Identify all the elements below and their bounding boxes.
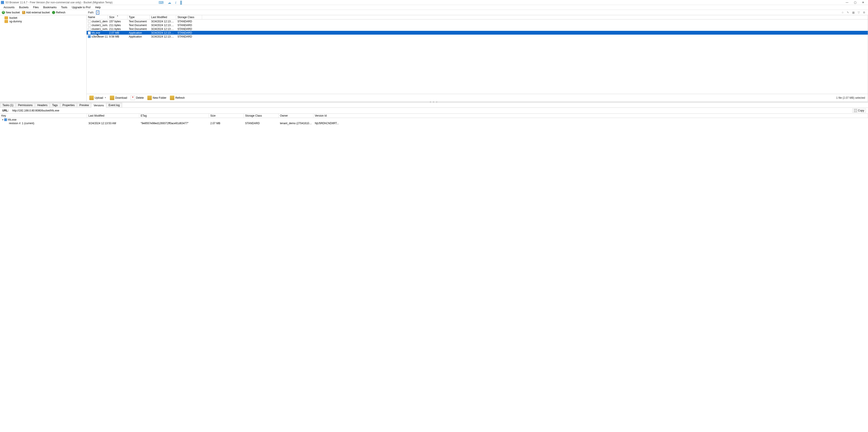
app-icon: [1, 1, 4, 4]
download-icon: [110, 95, 114, 100]
titlebar-center-icons: ⌨ ☁ i: [158, 0, 182, 5]
vcol-key[interactable]: Key: [0, 114, 87, 118]
upgrade-bar-icon[interactable]: [180, 1, 182, 5]
tab-properties[interactable]: Properties: [60, 103, 77, 108]
vcol-version[interactable]: Version Id: [313, 114, 868, 118]
grid-icon[interactable]: ▦: [851, 11, 855, 14]
tab-permissions[interactable]: Permissions: [16, 103, 35, 108]
refresh-files-button[interactable]: Refresh: [168, 95, 186, 100]
gear-icon[interactable]: ⚙: [862, 11, 866, 14]
col-modified[interactable]: Last Modified: [150, 15, 176, 19]
file-list: cluster1_dem...157 bytesText Document3/2…: [87, 20, 868, 94]
tab-headers[interactable]: Headers: [35, 103, 50, 108]
versions-header: Key Last Modified ETag Size Storage Clas…: [0, 114, 868, 118]
bucket-icon: [4, 20, 8, 23]
version-key-row[interactable]: ▾hfs.exe: [0, 118, 868, 121]
plus-icon: [2, 11, 5, 14]
menu-upgrade[interactable]: Upgrade to Pro!: [69, 5, 93, 9]
path-input[interactable]: /: [96, 10, 99, 15]
tab-tasks-1-[interactable]: Tasks (1): [0, 103, 16, 108]
file-row[interactable]: cluster1_svm...211 bytesText Document3/2…: [87, 27, 868, 31]
bucket-tree: bucket sg-dummy: [0, 15, 87, 102]
tab-versions[interactable]: Versions: [91, 103, 106, 108]
versions-list: ▾hfs.exe revision #: 1 (current) 3/24/20…: [0, 118, 868, 125]
cloud-icon[interactable]: ☁: [168, 0, 171, 5]
selection-status: 1 file (2.07 MB) selected: [836, 96, 866, 99]
filter-icon[interactable]: ▽: [857, 11, 860, 14]
exe-icon: [88, 35, 91, 38]
folder-icon: [147, 95, 152, 100]
dropdown-icon: ▼: [104, 97, 106, 99]
upload-icon: [89, 95, 94, 100]
star-icon[interactable]: ☆: [841, 11, 844, 14]
file-row[interactable]: s3browser-11...9.58 MBApplication3/24/20…: [87, 35, 868, 38]
info-icon[interactable]: i: [175, 1, 176, 5]
vcol-etag[interactable]: ETag: [139, 114, 209, 118]
path-label: Path:: [88, 11, 94, 14]
url-value[interactable]: http://192.168.0.80:8080/bucket/hfs.exe: [12, 109, 849, 112]
vcol-class[interactable]: Storage Class: [244, 114, 279, 118]
exe-icon: [88, 31, 91, 34]
tree-toggle-icon[interactable]: ▾: [2, 119, 3, 121]
menu-help[interactable]: Help: [93, 5, 103, 9]
new-folder-button[interactable]: New Folder: [146, 95, 168, 100]
tab-tags[interactable]: Tags: [50, 103, 60, 108]
refresh-icon: [170, 95, 174, 100]
file-row[interactable]: hfs.exe2.07 MBApplication3/24/2024 12:13…: [87, 31, 868, 35]
copy-icon: [854, 109, 857, 112]
tab-preview[interactable]: Preview: [77, 103, 91, 108]
download-button[interactable]: Download: [108, 95, 128, 100]
sort-asc-icon: ▲: [117, 15, 119, 17]
url-bar: URL: http://192.168.0.80:8080/bucket/hfs…: [0, 108, 868, 114]
pencil-icon[interactable]: ✎: [846, 11, 850, 14]
col-type[interactable]: Type: [127, 15, 150, 19]
menu-files[interactable]: Files: [31, 5, 41, 9]
toolbar: New bucket Add external bucket Refresh P…: [0, 10, 868, 15]
refresh-button[interactable]: Refresh: [51, 10, 66, 15]
bucket-item[interactable]: sg-dummy: [2, 20, 85, 23]
vcol-size[interactable]: Size: [209, 114, 244, 118]
tab-event-log[interactable]: Event log: [106, 103, 122, 108]
menu-tools[interactable]: Tools: [59, 5, 69, 9]
horizontal-splitter[interactable]: [0, 102, 868, 103]
delete-icon: [131, 95, 135, 100]
delete-button[interactable]: Delete: [129, 95, 145, 100]
menu-accounts[interactable]: Accounts: [1, 5, 17, 9]
document-icon: [88, 20, 91, 23]
vcol-modified[interactable]: Last Modified: [87, 114, 139, 118]
maximize-button[interactable]: ▢: [851, 0, 859, 5]
title-bar: S3 Browser 11.6.7 - Free Version (for no…: [0, 0, 868, 5]
close-button[interactable]: ✕: [859, 0, 867, 5]
col-name[interactable]: Name: [87, 15, 108, 19]
menu-buckets[interactable]: Buckets: [17, 5, 31, 9]
file-row[interactable]: cluster1_dem...157 bytesText Document3/2…: [87, 20, 868, 23]
add-external-bucket-button[interactable]: Add external bucket: [21, 10, 51, 15]
file-list-header: Name ▲Size Type Last Modified Storage Cl…: [87, 15, 868, 20]
bucket-item[interactable]: bucket: [2, 16, 85, 20]
document-icon: [88, 24, 91, 27]
copy-button[interactable]: Copy: [852, 109, 866, 113]
menu-bar: Accounts Buckets Files Bookmarks Tools U…: [0, 5, 868, 10]
version-row[interactable]: revision #: 1 (current) 3/24/2024 12:13:…: [0, 121, 868, 125]
upload-button[interactable]: Upload▼: [88, 95, 107, 100]
menu-bookmarks[interactable]: Bookmarks: [41, 5, 59, 9]
exe-icon: [4, 118, 7, 121]
bucket-icon: [4, 16, 8, 20]
col-storage-class[interactable]: Storage Class: [176, 15, 202, 19]
new-bucket-button[interactable]: New bucket: [1, 10, 21, 15]
window-title: S3 Browser 11.6.7 - Free Version (for no…: [5, 1, 113, 4]
refresh-icon: [52, 11, 55, 14]
file-row[interactable]: cluster1_svm...211 bytesText Document3/2…: [87, 23, 868, 27]
bottom-tabs: Tasks (1)PermissionsHeadersTagsPropertie…: [0, 103, 868, 108]
document-icon: [88, 28, 91, 30]
col-size[interactable]: ▲Size: [108, 15, 127, 19]
keyboard-icon[interactable]: ⌨: [158, 0, 164, 5]
action-bar: Upload▼ Download Delete New Folder Refre…: [87, 94, 868, 102]
vcol-owner[interactable]: Owner: [279, 114, 313, 118]
url-label: URL:: [2, 109, 9, 112]
minimize-button[interactable]: —: [843, 0, 851, 5]
add-icon: [22, 11, 25, 14]
